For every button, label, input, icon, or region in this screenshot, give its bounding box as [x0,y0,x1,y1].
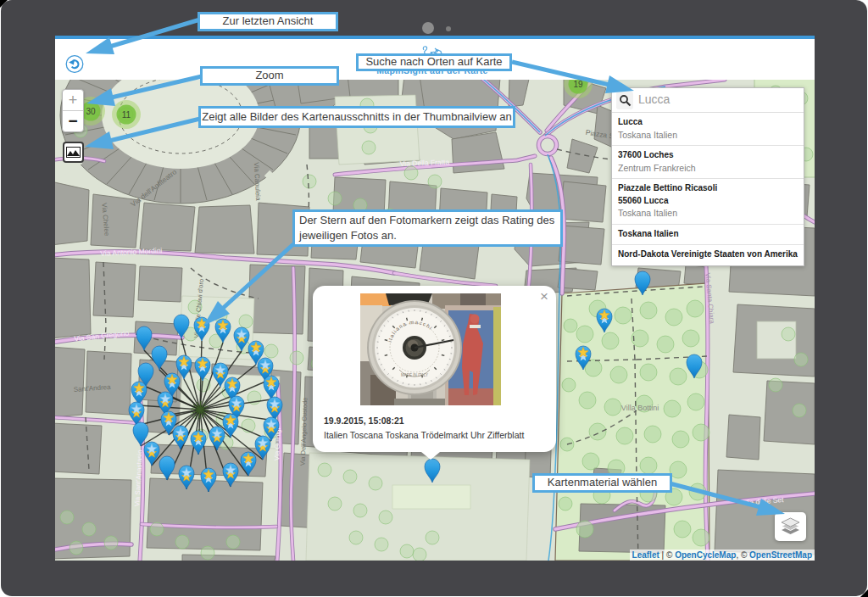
svg-text:MADE IN ITALY: MADE IN ITALY [401,373,428,377]
svg-text:11: 11 [122,110,131,120]
svg-text:Villa Bottini: Villa Bottini [621,404,659,412]
svg-text:Via Della Fratta: Via Della Fratta [400,158,450,168]
svg-text:30: 30 [86,107,96,116]
svg-text:19: 19 [573,80,583,89]
